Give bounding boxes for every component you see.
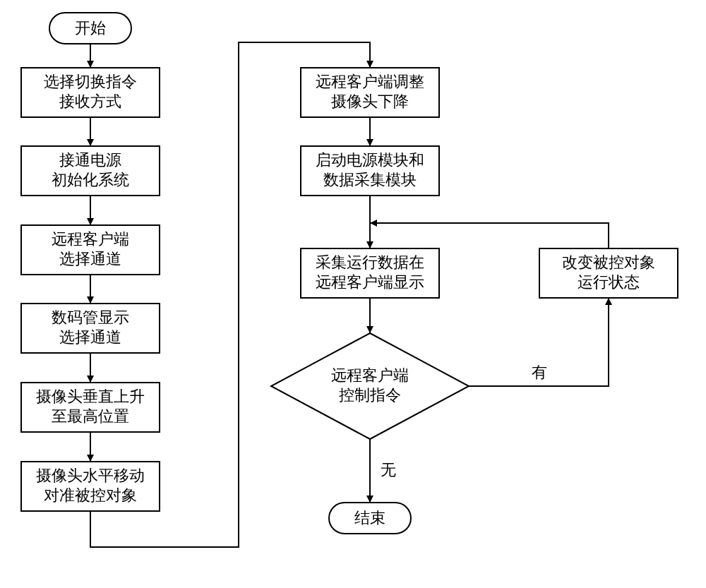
node-camera-up: 摄像头垂直上升 至最高位置 <box>21 383 160 432</box>
text-start: 开始 <box>75 19 106 37</box>
text-n3-l2: 选择通道 <box>59 250 121 268</box>
node-remote-channel: 远程客户端 选择通道 <box>21 225 160 275</box>
label-yes: 有 <box>532 364 547 381</box>
node-collect-display: 采集运行数据在 远程客户端显示 <box>301 248 439 298</box>
node-display-channel: 数码管显示 选择通道 <box>21 304 160 353</box>
text-n9-l1: 采集运行数据在 <box>316 253 424 271</box>
text-d1-l2: 控制指令 <box>339 386 401 404</box>
text-n5-l2: 至最高位置 <box>52 407 129 425</box>
text-n9-l2: 远程客户端显示 <box>316 273 424 291</box>
text-n6-l1: 摄像头水平移动 <box>36 467 145 484</box>
text-d1-l1: 远程客户端 <box>331 366 409 384</box>
node-camera-horizontal: 摄像头水平移动 对准被控对象 <box>21 462 160 511</box>
text-n8-l1: 启动电源模块和 <box>316 151 424 169</box>
text-n6-l2: 对准被控对象 <box>44 486 137 504</box>
node-decision: 远程客户端 控制指令 <box>271 333 469 439</box>
text-n7-l2: 摄像头下降 <box>331 92 409 110</box>
text-n2-l2: 初始化系统 <box>52 171 129 188</box>
arrow-n10-loop <box>370 223 609 248</box>
node-change-state: 改变被控对象 运行状态 <box>539 248 678 298</box>
flowchart-diagram: 开始 选择切换指令 接收方式 接通电源 初始化系统 远程客户端 选择通道 数码管… <box>0 0 706 588</box>
label-no: 无 <box>381 461 396 479</box>
node-camera-down: 远程客户端调整 摄像头下降 <box>301 68 439 117</box>
node-start: 开始 <box>49 13 131 44</box>
node-end: 结束 <box>329 503 411 534</box>
text-n10-l1: 改变被控对象 <box>562 253 655 271</box>
text-n4-l2: 选择通道 <box>59 328 121 346</box>
node-select-switch: 选择切换指令 接收方式 <box>21 68 160 117</box>
text-end: 结束 <box>354 509 385 527</box>
text-n8-l2: 数据采集模块 <box>323 171 417 188</box>
text-n5-l1: 摄像头垂直上升 <box>36 388 145 405</box>
text-n3-l1: 远程客户端 <box>52 230 129 248</box>
node-power-init: 接通电源 初始化系统 <box>21 146 160 196</box>
text-n4-l1: 数码管显示 <box>52 308 129 326</box>
text-n10-l2: 运行状态 <box>578 273 640 291</box>
node-start-modules: 启动电源模块和 数据采集模块 <box>301 146 439 196</box>
text-n1-l1: 选择切换指令 <box>44 73 137 90</box>
text-n1-l2: 接收方式 <box>59 92 121 110</box>
text-n7-l1: 远程客户端调整 <box>316 73 424 90</box>
text-n2-l1: 接通电源 <box>59 151 121 169</box>
